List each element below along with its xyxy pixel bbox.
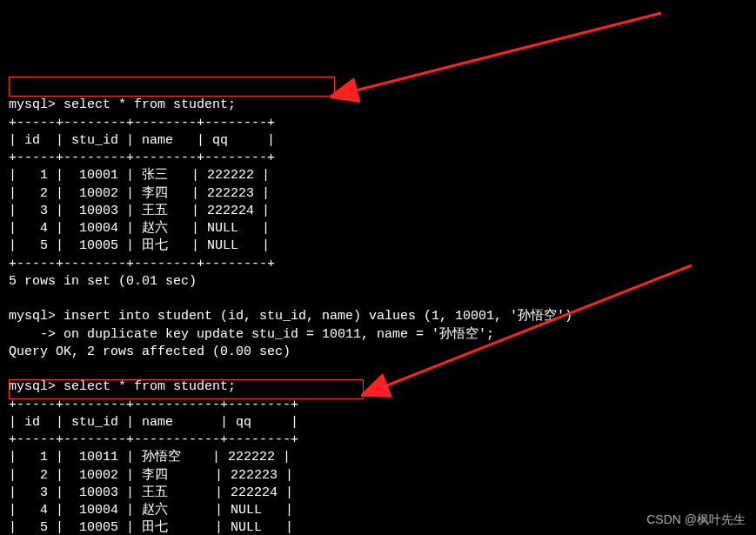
table-row: | 1 | 10011 | 孙悟空 | 222222 |	[9, 450, 291, 465]
table-row: | 2 | 10002 | 李四 | 222223 |	[9, 186, 270, 201]
sql-query: on duplicate key update stu_id = 10011, …	[64, 327, 494, 342]
table-border: +-----+--------+--------+--------+	[9, 257, 275, 271]
table-row: | 4 | 10004 | 赵六 | NULL |	[9, 221, 270, 236]
watermark-text: CSDN @枫叶先生	[646, 512, 746, 528]
table-border: +-----+--------+-----------+--------+	[9, 432, 298, 447]
table-header: | id | stu_id | name | qq |	[9, 133, 275, 148]
table-header: | id | stu_id | name | qq |	[9, 415, 298, 430]
sql-query: insert into student (id, stu_id, name) v…	[64, 309, 572, 324]
table-border: +-----+--------+-----------+--------+	[9, 398, 298, 412]
terminal-output: mysql> select * from student; +-----+---…	[9, 79, 747, 535]
result-footer: 5 rows in set (0.01 sec)	[9, 274, 197, 289]
continuation-prompt: ->	[9, 327, 56, 342]
table-row: | 5 | 10005 | 田七 | NULL |	[9, 238, 270, 253]
table-row: | 5 | 10005 | 田七 | NULL |	[9, 520, 293, 535]
table-row: | 4 | 10004 | 赵六 | NULL |	[9, 503, 293, 518]
table-border: +-----+--------+--------+--------+	[9, 150, 275, 165]
table-border: +-----+--------+--------+--------+	[9, 116, 275, 130]
prompt: mysql>	[9, 379, 56, 394]
table-row: | 3 | 10003 | 王五 | 222224 |	[9, 204, 270, 218]
table-row: | 1 | 10001 | 张三 | 222222 |	[9, 168, 270, 183]
sql-query: select * from student;	[64, 379, 236, 394]
prompt: mysql>	[9, 309, 56, 324]
table-row: | 3 | 10003 | 王五 | 222224 |	[9, 485, 293, 500]
prompt: mysql>	[9, 97, 56, 112]
sql-query: select * from student;	[64, 97, 236, 112]
table-row: | 2 | 10002 | 李四 | 222223 |	[9, 468, 293, 483]
result-text: Query OK, 2 rows affected (0.00 sec)	[9, 344, 291, 359]
